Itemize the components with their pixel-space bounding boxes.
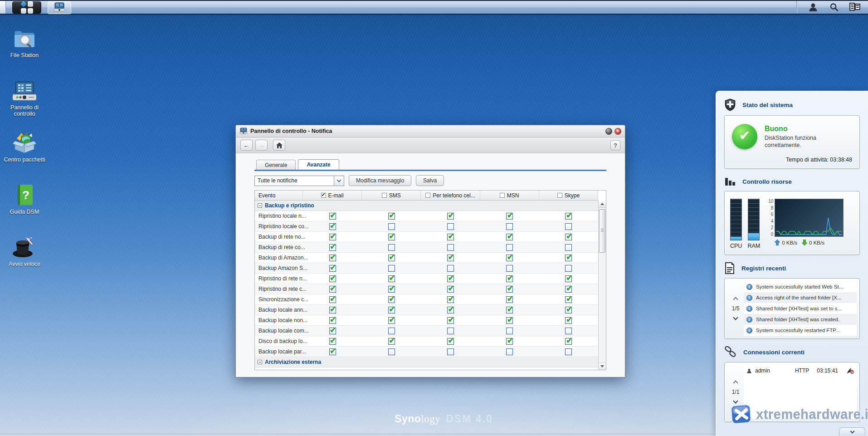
column-checkbox[interactable] [382, 193, 387, 198]
pilot-view-button[interactable] [847, 1, 863, 13]
tab-avanzate[interactable]: Avanzate [298, 159, 339, 170]
column-header-e-mail[interactable]: E-mail [303, 191, 362, 200]
notification-checkbox[interactable] [329, 348, 336, 355]
sidebar-collapse-tab[interactable] [839, 427, 865, 436]
notification-checkbox[interactable] [506, 338, 513, 345]
notification-checkbox[interactable] [329, 223, 336, 230]
column-header-skype[interactable]: Skype [539, 191, 598, 200]
notification-checkbox[interactable] [565, 265, 572, 272]
notification-checkbox[interactable] [388, 255, 395, 261]
notification-checkbox[interactable] [447, 348, 454, 355]
notification-checkbox[interactable] [388, 244, 395, 251]
column-checkbox[interactable] [321, 193, 326, 198]
edit-message-button[interactable]: Modifica messaggio [349, 175, 411, 186]
notification-checkbox[interactable] [329, 338, 336, 345]
notification-filter-dropdown[interactable]: Tutte le notifiche [254, 176, 344, 186]
column-checkbox[interactable] [557, 193, 562, 198]
notification-checkbox[interactable] [565, 275, 572, 282]
pager-up-icon[interactable] [733, 297, 738, 302]
back-button[interactable]: ← [240, 140, 253, 151]
tab-generale[interactable]: Generale [256, 160, 296, 170]
log-entry[interactable]: iShared folder [XHTest] was set to s... [744, 303, 857, 314]
notification-checkbox[interactable] [388, 348, 395, 355]
notification-checkbox[interactable] [565, 328, 572, 334]
notification-checkbox[interactable] [329, 296, 336, 303]
notification-checkbox[interactable] [329, 286, 336, 293]
notification-checkbox[interactable] [565, 244, 572, 251]
search-button[interactable] [826, 1, 842, 13]
notification-checkbox[interactable] [329, 213, 336, 220]
log-entry[interactable]: iSystem successfully restarted FTP... [744, 325, 857, 336]
notification-checkbox[interactable] [447, 307, 454, 314]
notification-checkbox[interactable] [388, 338, 395, 345]
notification-checkbox[interactable] [388, 317, 395, 324]
notification-checkbox[interactable] [565, 255, 572, 261]
column-checkbox[interactable] [425, 193, 430, 198]
notification-checkbox[interactable] [506, 223, 513, 230]
show-desktop-button[interactable] [0, 1, 6, 14]
notification-checkbox[interactable] [506, 348, 513, 355]
notification-checkbox[interactable] [565, 307, 572, 314]
notification-checkbox[interactable] [506, 234, 513, 240]
column-header-evento[interactable]: Evento [255, 191, 303, 200]
scroll-down-button[interactable] [599, 363, 606, 370]
notification-checkbox[interactable] [447, 223, 454, 230]
close-button[interactable] [614, 128, 621, 135]
notification-checkbox[interactable] [388, 234, 395, 240]
notification-checkbox[interactable] [329, 328, 336, 334]
notification-checkbox[interactable] [565, 234, 572, 240]
notification-checkbox[interactable] [388, 307, 395, 314]
column-header-sms[interactable]: SMS [362, 191, 421, 200]
column-header-msn[interactable]: MSN [480, 191, 539, 200]
collapse-icon[interactable] [258, 203, 262, 208]
notification-checkbox[interactable] [506, 296, 513, 303]
notification-checkbox[interactable] [506, 286, 513, 293]
notification-checkbox[interactable] [388, 286, 395, 293]
notification-checkbox[interactable] [388, 328, 395, 334]
notification-checkbox[interactable] [329, 307, 336, 314]
notification-checkbox[interactable] [388, 223, 395, 230]
collapse-icon[interactable] [258, 360, 262, 364]
notification-checkbox[interactable] [506, 244, 513, 251]
log-entry[interactable]: iAccess right of the shared folder [X... [744, 292, 857, 303]
forward-button[interactable]: → [255, 140, 268, 151]
notification-checkbox[interactable] [506, 328, 513, 334]
group-header-row[interactable]: Archiviazione esterna [255, 357, 598, 367]
notification-checkbox[interactable] [447, 328, 454, 334]
notification-checkbox[interactable] [565, 296, 572, 303]
column-checkbox[interactable] [500, 193, 505, 198]
notification-checkbox[interactable] [388, 213, 395, 220]
notification-checkbox[interactable] [506, 255, 513, 261]
notification-checkbox[interactable] [506, 317, 513, 324]
log-entry[interactable]: iShared folder [XHTest] was created. [744, 314, 857, 325]
notification-checkbox[interactable] [447, 213, 454, 220]
save-button[interactable]: Salva [416, 175, 444, 186]
help-button[interactable]: ? [610, 140, 620, 150]
desktop-icon-package-center[interactable]: Centro pacchetti [3, 130, 46, 163]
notification-checkbox[interactable] [329, 234, 336, 240]
column-header-per-telefono-cel-[interactable]: Per telefono cel... [421, 191, 480, 200]
notification-checkbox[interactable] [565, 286, 572, 293]
notification-checkbox[interactable] [447, 275, 454, 282]
notification-checkbox[interactable] [388, 275, 395, 282]
notification-checkbox[interactable] [447, 338, 454, 345]
notification-checkbox[interactable] [565, 213, 572, 220]
desktop-icon-dsm-help[interactable]: ? Guida DSM [3, 182, 46, 215]
connection-row[interactable]: adminHTTP03:15:41 [744, 365, 857, 376]
notification-checkbox[interactable] [447, 244, 454, 251]
notification-checkbox[interactable] [329, 265, 336, 272]
notification-checkbox[interactable] [329, 317, 336, 324]
notification-checkbox[interactable] [506, 275, 513, 282]
notification-checkbox[interactable] [329, 255, 336, 261]
window-titlebar[interactable]: Pannello di controllo - Notifica [236, 125, 625, 137]
notification-checkbox[interactable] [565, 348, 572, 355]
notification-checkbox[interactable] [447, 234, 454, 240]
vertical-scrollbar[interactable] [598, 201, 606, 370]
desktop-icon-control-panel[interactable]: Pannello di controllo [3, 78, 46, 117]
notification-checkbox[interactable] [388, 265, 395, 272]
notification-checkbox[interactable] [447, 265, 454, 272]
notification-checkbox[interactable] [447, 255, 454, 261]
notification-checkbox[interactable] [506, 265, 513, 272]
desktop-icon-file-station[interactable]: File Station [3, 26, 46, 59]
pager-up-icon[interactable] [733, 380, 738, 385]
